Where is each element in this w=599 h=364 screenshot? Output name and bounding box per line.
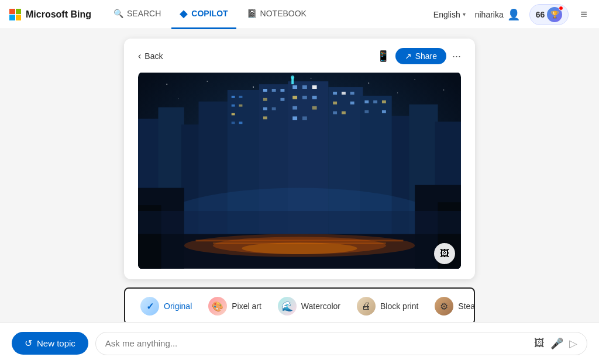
svg-rect-43 xyxy=(292,85,297,89)
style-item-pixel-art[interactable]: 🎨 Pixel art xyxy=(200,293,270,319)
svg-rect-26 xyxy=(232,96,235,98)
rewards-notification-dot xyxy=(559,6,563,11)
back-row: ‹ Back 📱 ↗ Share ··· xyxy=(138,48,461,64)
style-item-steampunk[interactable]: ⚙ Steampunk xyxy=(426,293,475,319)
nav-tab-notebook[interactable]: 📓 NOTEBOOK xyxy=(239,0,315,29)
watercolor-style-icon: 🌊 xyxy=(278,297,297,316)
style-item-watercolor[interactable]: 🌊 Watercolor xyxy=(270,293,349,319)
svg-point-71 xyxy=(242,242,357,254)
svg-rect-54 xyxy=(333,92,337,95)
svg-point-5 xyxy=(311,78,311,79)
edit-image-icon: 🖼 xyxy=(440,248,449,259)
logo-area[interactable]: Microsoft Bing xyxy=(9,9,91,20)
svg-rect-27 xyxy=(239,96,243,98)
hamburger-menu-icon[interactable]: ≡ xyxy=(578,5,590,23)
bottom-bar: ↺ New topic 🖼 🎤 ▷ xyxy=(0,322,599,364)
svg-rect-58 xyxy=(350,102,354,105)
language-selector[interactable]: English ▾ xyxy=(433,10,466,19)
image-edit-button[interactable]: 🖼 xyxy=(434,243,455,264)
svg-rect-32 xyxy=(239,122,243,124)
svg-rect-77 xyxy=(213,242,386,244)
svg-rect-30 xyxy=(232,113,235,115)
image-actions: 📱 ↗ Share ··· xyxy=(377,48,461,64)
new-topic-button[interactable]: ↺ New topic xyxy=(12,332,88,355)
svg-rect-36 xyxy=(280,89,284,92)
svg-rect-55 xyxy=(342,92,346,95)
new-topic-icon: ↺ xyxy=(25,338,32,349)
svg-rect-49 xyxy=(292,106,297,110)
svg-rect-76 xyxy=(196,240,404,241)
more-options-icon[interactable]: ··· xyxy=(452,50,461,63)
svg-rect-39 xyxy=(263,108,267,110)
svg-rect-59 xyxy=(333,111,337,114)
microsoft-logo xyxy=(9,9,21,20)
svg-point-6 xyxy=(368,82,369,84)
generated-image: 🖼 xyxy=(138,71,461,270)
svg-rect-46 xyxy=(292,96,297,99)
svg-rect-64 xyxy=(382,100,386,103)
style-item-original[interactable]: ✓ Original xyxy=(132,293,200,319)
svg-rect-37 xyxy=(263,98,267,101)
svg-rect-57 xyxy=(333,102,337,105)
svg-rect-34 xyxy=(263,89,267,92)
style-item-block-print[interactable]: 🖨 Block print xyxy=(349,293,426,319)
svg-point-4 xyxy=(253,86,254,88)
checkmark-icon: ✓ xyxy=(146,301,154,312)
svg-rect-52 xyxy=(302,116,307,120)
image-input-button[interactable]: 🖼 xyxy=(534,337,545,349)
user-icon: 👤 xyxy=(507,8,520,21)
copilot-nav-icon: ◆ xyxy=(180,7,188,20)
image-card: ‹ Back 📱 ↗ Share ··· xyxy=(124,39,475,279)
svg-rect-38 xyxy=(280,98,284,101)
svg-point-8 xyxy=(443,89,444,91)
rewards-trophy-icon: 🏆 xyxy=(547,7,562,22)
header: Microsoft Bing 🔍 SEARCH ◆ COPILOT 📓 NOTE… xyxy=(0,0,599,29)
mobile-icon[interactable]: 📱 xyxy=(377,50,390,63)
svg-rect-63 xyxy=(373,100,377,103)
svg-rect-40 xyxy=(272,108,276,110)
back-button[interactable]: ‹ Back xyxy=(138,51,163,61)
svg-rect-56 xyxy=(350,92,354,95)
center-panel: ‹ Back 📱 ↗ Share ··· xyxy=(0,29,599,364)
input-actions: 🖼 🎤 ▷ xyxy=(534,337,577,350)
svg-rect-80 xyxy=(138,211,461,234)
svg-rect-28 xyxy=(232,105,235,107)
chat-input-wrapper: 🖼 🎤 ▷ xyxy=(95,332,587,355)
nav-tab-search[interactable]: 🔍 SEARCH xyxy=(105,0,169,29)
svg-rect-35 xyxy=(272,89,276,92)
svg-point-9 xyxy=(178,98,178,99)
svg-rect-60 xyxy=(342,111,346,114)
svg-point-2 xyxy=(166,84,167,85)
user-menu[interactable]: niharika 👤 xyxy=(475,8,520,21)
svg-rect-45 xyxy=(312,85,317,89)
rewards-button[interactable]: 66 🏆 xyxy=(529,4,569,25)
header-right: English ▾ niharika 👤 66 🏆 ≡ xyxy=(433,4,590,25)
svg-rect-62 xyxy=(364,100,369,103)
svg-point-7 xyxy=(414,79,415,80)
pixel-art-style-icon: 🎨 xyxy=(208,297,227,316)
back-arrow-icon: ‹ xyxy=(138,51,141,61)
steampunk-style-icon: ⚙ xyxy=(435,297,453,316)
svg-rect-65 xyxy=(364,110,369,113)
nav-tab-copilot[interactable]: ◆ COPILOT xyxy=(171,0,236,29)
microphone-button[interactable]: 🎤 xyxy=(550,337,563,350)
svg-rect-66 xyxy=(382,110,386,113)
send-button[interactable]: ▷ xyxy=(569,337,577,350)
language-chevron-icon: ▾ xyxy=(463,11,466,18)
logo-text: Microsoft Bing xyxy=(26,9,91,20)
svg-rect-50 xyxy=(312,106,317,110)
main-content: ‹ Back 📱 ↗ Share ··· xyxy=(0,29,599,364)
notebook-nav-icon: 📓 xyxy=(247,9,257,18)
svg-rect-51 xyxy=(292,116,297,120)
original-style-icon: ✓ xyxy=(140,297,159,316)
svg-rect-41 xyxy=(263,116,267,119)
chat-input[interactable] xyxy=(105,338,529,348)
block-print-style-icon: 🖨 xyxy=(357,297,376,316)
share-button[interactable]: ↗ Share xyxy=(395,48,446,64)
share-icon: ↗ xyxy=(405,51,412,61)
svg-rect-44 xyxy=(302,85,307,89)
svg-point-10 xyxy=(397,92,398,93)
svg-rect-48 xyxy=(312,96,317,99)
svg-rect-31 xyxy=(232,122,235,124)
svg-point-79 xyxy=(291,75,294,79)
